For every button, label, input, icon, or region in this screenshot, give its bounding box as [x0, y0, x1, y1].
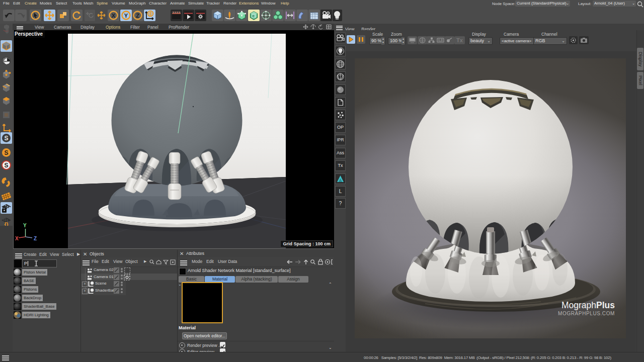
svg-text:X: X [112, 13, 116, 19]
svg-text:S: S [4, 162, 8, 169]
svg-text:S: S [4, 135, 8, 142]
svg-text:Z: Z [136, 13, 139, 19]
svg-text:MOGRAPHPLUS.COM: MOGRAPHPLUS.COM [558, 311, 615, 316]
svg-text:Y: Y [124, 13, 128, 19]
svg-text:Tx: Tx [456, 37, 463, 43]
svg-text:MographPlus: MographPlus [561, 300, 615, 310]
svg-text:S: S [4, 149, 8, 156]
svg-text:X: X [15, 236, 19, 241]
svg-text:Y: Y [23, 223, 27, 228]
svg-text:Z: Z [34, 236, 37, 241]
